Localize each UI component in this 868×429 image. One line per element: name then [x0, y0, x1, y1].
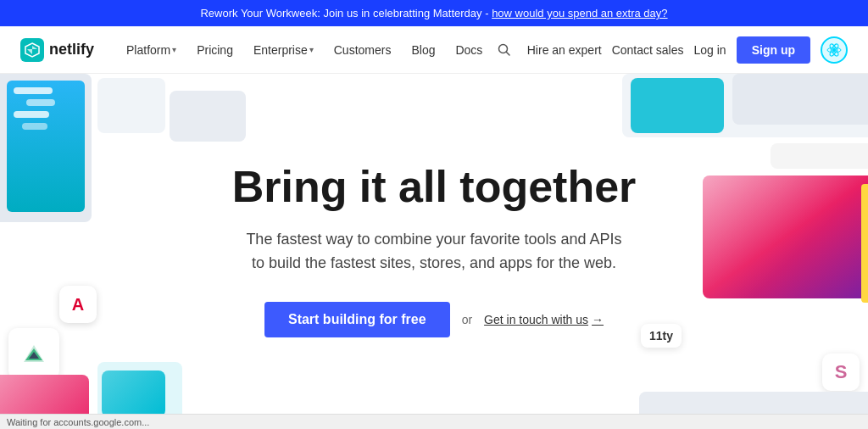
angular-icon: A	[59, 286, 97, 323]
deco-card-sm2	[170, 91, 246, 142]
login-link[interactable]: Log in	[694, 43, 726, 57]
deco-card-teal	[102, 370, 165, 417]
svg-marker-8	[20, 342, 47, 365]
deco-card-r-sm	[771, 143, 868, 169]
svg-point-4	[832, 47, 836, 51]
hero-section: A ✦	[0, 74, 868, 426]
nav-customers[interactable]: Customers	[326, 38, 400, 62]
hero-title: Bring it all together	[232, 163, 637, 211]
nav-docs[interactable]: Docs	[447, 38, 491, 62]
hero-cta: Start building for free or Get in touch …	[232, 302, 637, 337]
nav-pricing[interactable]: Pricing	[188, 38, 242, 62]
hero-content: Bring it all together The fastest way to…	[232, 163, 637, 338]
cta-or-text: or	[462, 313, 472, 326]
svg-line-3	[506, 52, 509, 55]
cta-primary-button[interactable]: Start building for free	[264, 302, 450, 337]
cta-secondary-link[interactable]: Get in touch with us→	[484, 313, 604, 326]
scss-badge: S	[822, 354, 860, 391]
main-nav: netlify Platform ▾ Pricing Enterprise ▾ …	[0, 26, 868, 74]
react-icon	[821, 36, 848, 64]
eleventy-badge: 11ty	[641, 324, 682, 348]
deco-card-tr2	[732, 74, 868, 125]
announcement-banner: Rework Your Workweek: Join us in celebra…	[0, 0, 868, 26]
logo[interactable]: netlify	[20, 38, 94, 62]
signup-button[interactable]: Sign up	[737, 36, 810, 64]
status-text: Waiting for accounts.google.com...	[7, 417, 149, 427]
deco-teal-card	[631, 78, 724, 133]
banner-text: Rework Your Workweek: Join us in celebra…	[200, 7, 492, 20]
deco-card-sm1	[97, 78, 165, 133]
nav-links: Platform ▾ Pricing Enterprise ▾ Customer…	[118, 38, 492, 62]
nav-blog[interactable]: Blog	[403, 38, 443, 62]
svg-marker-9	[24, 345, 44, 362]
hero-subtitle: The fastest way to combine your favorite…	[232, 228, 637, 276]
svg-marker-10	[25, 348, 42, 360]
contact-sales-link[interactable]: Contact sales	[612, 43, 684, 57]
hire-expert-link[interactable]: Hire an expert	[527, 43, 602, 57]
nav-right: Hire an expert Contact sales Log in Sign…	[492, 36, 848, 64]
logo-icon	[20, 38, 44, 62]
deco-card-tl	[0, 74, 92, 222]
logo-text: netlify	[49, 41, 94, 58]
search-button[interactable]	[492, 37, 517, 63]
svg-marker-1	[27, 46, 37, 54]
cta-arrow-icon: →	[592, 313, 604, 326]
enterprise-chevron: ▾	[309, 45, 314, 54]
nav-enterprise[interactable]: Enterprise ▾	[245, 38, 322, 62]
nav-platform[interactable]: Platform ▾	[118, 38, 185, 62]
status-bar: Waiting for accounts.google.com...	[0, 414, 868, 429]
deco-pink-card	[703, 176, 868, 298]
svg-marker-11	[29, 352, 39, 359]
platform-chevron: ▾	[172, 45, 176, 54]
deco-card-tr	[622, 74, 868, 137]
banner-link[interactable]: how would you spend an extra day?	[492, 7, 667, 20]
vue-icon	[8, 328, 59, 379]
yellow-accent-strip	[861, 184, 868, 303]
